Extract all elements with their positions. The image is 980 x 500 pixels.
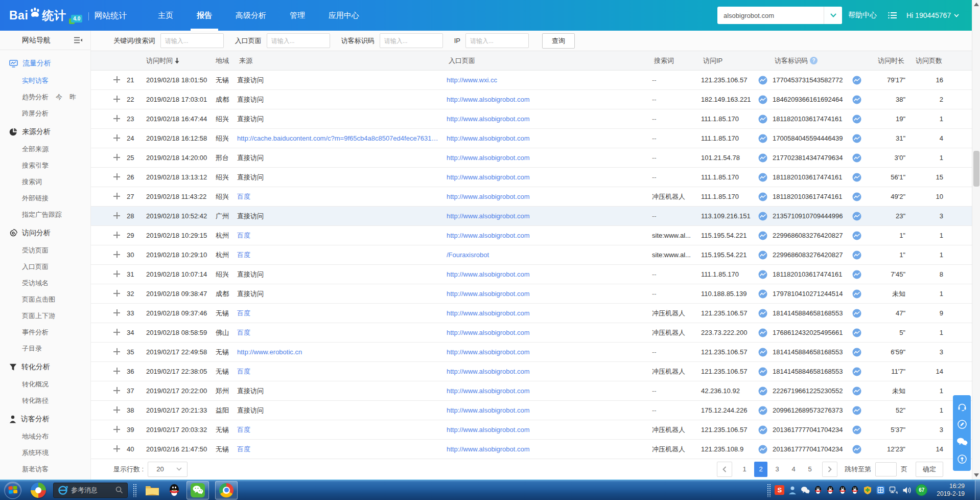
visitor-trend-icon[interactable] [847, 425, 867, 435]
entry-page-link[interactable]: http://www.alsobigrobot.com [447, 154, 652, 162]
visitor-trend-icon[interactable] [847, 76, 867, 85]
entry-page-link[interactable]: http://www.alsobigrobot.com [447, 115, 652, 123]
sidebar-item-2-1[interactable]: 入口页面 [0, 259, 90, 275]
scrollbar-up-arrow[interactable] [974, 3, 979, 6]
qq-tray-icon-3[interactable] [838, 485, 847, 495]
browser-360-icon[interactable] [31, 483, 46, 498]
visitor-trend-icon[interactable] [847, 153, 867, 163]
sidebar-group-0[interactable]: 流量分析 [0, 54, 90, 73]
sidebar-item-0-0[interactable]: 实时访客 [0, 73, 90, 89]
ip-trend-icon[interactable] [753, 95, 773, 104]
ip-trend-icon[interactable] [753, 270, 773, 279]
visitor-trend-icon[interactable] [847, 270, 867, 279]
sidebar-item-3-1[interactable]: 转化路径 [0, 393, 90, 409]
entry-page-link[interactable]: http://www.alsobigrobot.com [447, 406, 652, 414]
expand-row-icon[interactable] [113, 115, 120, 122]
help-tooltip-icon[interactable]: ? [810, 57, 818, 64]
ip-trend-icon[interactable] [753, 153, 773, 163]
sort-desc-icon[interactable] [175, 58, 179, 64]
entry-page-link[interactable]: http://www.alsobigrobot.com [447, 387, 652, 395]
search-icon[interactable] [115, 486, 123, 494]
source-cell[interactable]: 百度 [237, 251, 447, 260]
network-tray-icon[interactable] [889, 486, 898, 494]
sidebar-item-3-0[interactable]: 转化概况 [0, 376, 90, 393]
expand-row-icon[interactable] [113, 329, 120, 335]
entry-page-link[interactable]: http://www.alsobigrobot.com [447, 193, 652, 200]
visitor-trend-icon[interactable] [847, 309, 867, 318]
ip-trend-icon[interactable] [753, 76, 773, 85]
blue-app-tray-icon[interactable] [876, 486, 885, 494]
expand-row-icon[interactable] [113, 232, 120, 238]
source-cell[interactable]: 百度 [237, 367, 447, 376]
contact-person-tray-icon[interactable] [788, 486, 797, 495]
ip-trend-icon[interactable] [753, 328, 773, 337]
sidebar-item-2-0[interactable]: 受访页面 [0, 242, 90, 259]
ip-trend-icon[interactable] [753, 115, 773, 124]
visitor-trend-icon[interactable] [847, 328, 867, 337]
sidebar-item-2-6[interactable]: 子目录 [0, 340, 90, 357]
speaker-volume-icon[interactable] [902, 486, 912, 494]
page-number-4[interactable]: 4 [787, 462, 800, 477]
ip-trend-icon[interactable] [753, 387, 773, 396]
visitor-trend-icon[interactable] [847, 95, 867, 104]
battery-health-indicator[interactable]: 67 [916, 484, 927, 496]
user-menu[interactable]: Hi 190445767 [906, 11, 959, 19]
ip-trend-icon[interactable] [753, 173, 773, 182]
ip-trend-icon[interactable] [753, 212, 773, 221]
filter-input-3[interactable] [465, 33, 529, 48]
ip-trend-icon[interactable] [753, 425, 773, 435]
sidebar-group-3[interactable]: 转化分析 [0, 358, 90, 376]
entry-page-link[interactable]: http://www.alsobigrobot.com [447, 290, 652, 298]
visitor-trend-icon[interactable] [847, 212, 867, 221]
entry-page-link[interactable]: http://www.alsobigrobot.com [447, 212, 652, 220]
entry-page-link[interactable]: http://www.alsobigrobot.com [447, 368, 652, 375]
sidebar-item-2-2[interactable]: 受访域名 [0, 275, 90, 291]
entry-page-link[interactable]: http://www.alsobigrobot.com [447, 348, 652, 356]
expand-row-icon[interactable] [113, 426, 120, 433]
source-cell[interactable]: 百度 [237, 425, 447, 435]
entry-page-link[interactable]: http://www.wxi.cc [447, 76, 652, 84]
source-cell[interactable]: 百度 [237, 309, 447, 318]
expand-row-icon[interactable] [113, 96, 120, 102]
nav-item-4[interactable]: 应用中心 [317, 0, 371, 31]
ip-trend-icon[interactable] [753, 192, 773, 201]
entry-page-link[interactable]: http://www.alsobigrobot.com [447, 445, 652, 453]
start-button[interactable] [4, 482, 21, 499]
taskbar-clock[interactable]: 16:29 2019-2-19 [937, 483, 965, 498]
wechat-share-icon[interactable] [956, 436, 968, 448]
nav-item-2[interactable]: 高级分析 [224, 0, 278, 31]
expand-row-icon[interactable] [113, 270, 120, 277]
entry-page-link[interactable]: http://www.alsobigrobot.com [447, 173, 652, 181]
ip-trend-icon[interactable] [753, 348, 773, 357]
visitor-trend-icon[interactable] [847, 134, 867, 143]
qq-tray-icon-4[interactable] [851, 485, 859, 495]
source-cell[interactable]: http://www.erobotic.cn [237, 348, 447, 356]
qq-tray-icon-2[interactable] [826, 485, 834, 495]
filter-input-0[interactable] [160, 33, 224, 48]
source-cell[interactable]: 百度 [237, 445, 447, 454]
jump-to-page-input[interactable] [875, 462, 897, 476]
sidebar-collapse-icon[interactable] [74, 37, 82, 43]
sidebar-item-extra[interactable]: 昨 [69, 93, 76, 101]
sidebar-item-extra[interactable]: 今 [56, 93, 62, 101]
expand-row-icon[interactable] [113, 193, 120, 199]
source-cell[interactable]: 百度 [237, 328, 447, 337]
expand-row-icon[interactable] [113, 154, 120, 161]
rows-per-page-select[interactable]: 20 [148, 462, 188, 477]
col-visit-time[interactable]: 访问时间 [144, 56, 214, 65]
sidebar-group-2[interactable]: 访问分析 [0, 224, 90, 242]
confirm-button[interactable]: 确定 [916, 462, 943, 477]
feedback-edit-icon[interactable] [956, 418, 968, 430]
expand-row-icon[interactable] [113, 387, 120, 394]
expand-row-icon[interactable] [113, 445, 120, 452]
visitor-trend-icon[interactable] [847, 387, 867, 396]
scrollbar-down-arrow[interactable] [974, 473, 979, 477]
expand-row-icon[interactable] [113, 251, 120, 258]
visitor-trend-icon[interactable] [847, 348, 867, 357]
customer-support-icon[interactable] [956, 401, 968, 413]
sidebar-item-2-5[interactable]: 事件分析 [0, 324, 90, 340]
visitor-trend-icon[interactable] [847, 289, 867, 299]
source-cell[interactable]: 百度 [237, 231, 447, 240]
expand-row-icon[interactable] [113, 309, 120, 316]
ip-trend-icon[interactable] [753, 231, 773, 240]
